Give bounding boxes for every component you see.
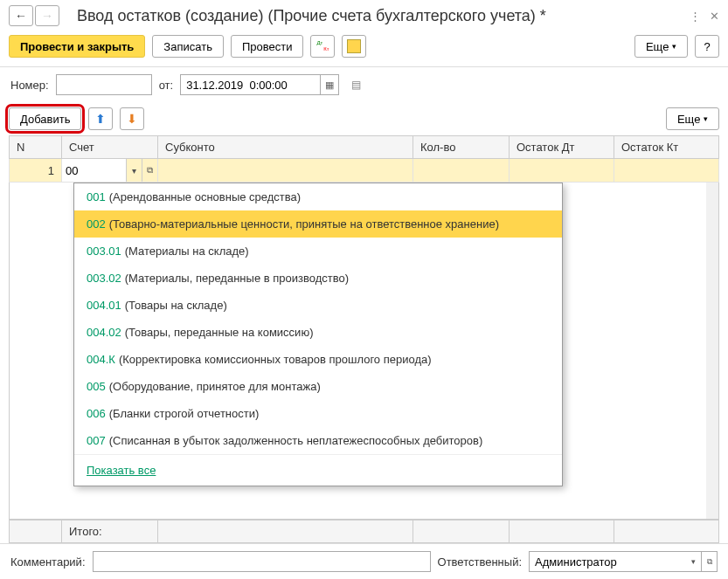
- dropdown-item-text: (Товарно-материальные ценности, принятые…: [109, 217, 499, 231]
- help-button[interactable]: ?: [695, 35, 719, 58]
- dropdown-item-text: (Списанная в убыток задолженность неплат…: [109, 434, 483, 447]
- footer-dt: [510, 520, 614, 543]
- cell-account[interactable]: ▾ ⧉: [62, 159, 158, 183]
- dropdown-item-code: 002: [87, 217, 106, 231]
- dropdown-item-code: 004.01: [87, 299, 121, 312]
- responsible-input[interactable]: [529, 551, 686, 572]
- dropdown-item-text: (Материалы, переданные в производство): [125, 272, 349, 285]
- write-button[interactable]: Записать: [152, 35, 224, 58]
- nav-back-button[interactable]: ←: [9, 5, 33, 26]
- responsible-open-button[interactable]: ⧉: [702, 551, 718, 572]
- comment-input[interactable]: [93, 551, 431, 572]
- account-open-button[interactable]: ⧉: [142, 159, 157, 182]
- date-input[interactable]: [180, 74, 320, 95]
- arrow-up-icon: ⬆: [95, 112, 106, 126]
- more-button[interactable]: Еще ▾: [634, 35, 688, 58]
- note-button[interactable]: [342, 35, 366, 58]
- footer-kt: [614, 520, 719, 543]
- note-icon: [347, 39, 361, 53]
- table-row[interactable]: 1 ▾ ⧉: [10, 159, 719, 183]
- dt-kt-icon: ДтКт: [316, 40, 329, 52]
- dropdown-item-code: 004.02: [87, 326, 121, 339]
- nav-forward-button[interactable]: →: [35, 5, 59, 26]
- dropdown-item[interactable]: 004.К (Корректировка комиссионных товаро…: [74, 346, 562, 373]
- dropdown-item[interactable]: 007 (Списанная в убыток задолженность не…: [74, 427, 562, 454]
- account-input[interactable]: [62, 159, 126, 182]
- dropdown-item[interactable]: 004.01 (Товары на складе): [74, 292, 562, 319]
- cell-rownum: 1: [10, 159, 62, 183]
- dropdown-item-text: (Товары, переданные на комиссию): [125, 326, 314, 339]
- dropdown-item-code: 006: [87, 407, 106, 420]
- dropdown-item[interactable]: 003.01 (Материалы на складе): [74, 238, 562, 265]
- responsible-label: Ответственный:: [438, 555, 522, 569]
- post-and-close-button[interactable]: Провести и закрыть: [9, 35, 145, 58]
- col-balance-kt[interactable]: Остаток Кт: [614, 136, 719, 159]
- post-button[interactable]: Провести: [231, 35, 304, 58]
- col-account[interactable]: Счет: [62, 136, 158, 159]
- dropdown-item-code: 004.К: [87, 353, 115, 366]
- account-dropdown-list: 001 (Арендованные основные средства)002 …: [73, 183, 563, 486]
- dropdown-item-code: 007: [87, 434, 106, 447]
- account-dropdown-button[interactable]: ▾: [126, 159, 142, 182]
- footer-subconto: [158, 520, 413, 543]
- cell-qty[interactable]: [413, 159, 510, 183]
- dropdown-item[interactable]: 003.02 (Материалы, переданные в производ…: [74, 265, 562, 292]
- dropdown-item[interactable]: 006 (Бланки строгой отчетности): [74, 400, 562, 427]
- cell-balance-dt[interactable]: [510, 159, 614, 183]
- move-up-button[interactable]: ⬆: [88, 107, 113, 130]
- dropdown-item-text: (Корректировка комиссионных товаров прош…: [119, 353, 432, 366]
- dropdown-item-code: 003.01: [87, 245, 121, 258]
- dropdown-item[interactable]: 004.02 (Товары, переданные на комиссию): [74, 319, 562, 346]
- page-title: Ввод остатков (создание) (Прочие счета б…: [77, 7, 690, 25]
- more-rows-button[interactable]: Еще ▾: [666, 107, 719, 130]
- footer-total-label: Итого:: [62, 520, 158, 543]
- show-all-link[interactable]: Показать все: [87, 464, 156, 477]
- dropdown-item[interactable]: 001 (Арендованные основные средства): [74, 183, 562, 210]
- col-balance-dt[interactable]: Остаток Дт: [510, 136, 614, 159]
- footer-empty: [10, 520, 62, 543]
- dropdown-item-code: 005: [87, 380, 106, 393]
- cell-subconto[interactable]: [158, 159, 413, 183]
- dropdown-item[interactable]: 005 (Оборудование, принятое для монтажа): [74, 373, 562, 400]
- dropdown-item-text: (Оборудование, принятое для монтажа): [109, 380, 321, 393]
- dropdown-item[interactable]: 002 (Товарно-материальные ценности, прин…: [74, 210, 562, 238]
- move-down-button[interactable]: ⬇: [120, 107, 144, 130]
- dropdown-item-code: 003.02: [87, 272, 121, 285]
- dropdown-item-text: (Арендованные основные средства): [109, 190, 301, 203]
- col-n[interactable]: N: [10, 136, 62, 159]
- dropdown-item-text: (Материалы на складе): [125, 245, 249, 258]
- cell-balance-kt[interactable]: [614, 159, 719, 183]
- footer-qty: [413, 520, 510, 543]
- col-subconto[interactable]: Субконто: [158, 136, 413, 159]
- scrollbar[interactable]: [706, 183, 718, 519]
- dropdown-item-text: (Товары на складе): [125, 299, 227, 312]
- main-table: N Счет Субконто Кол-во Остаток Дт Остато…: [9, 135, 719, 183]
- calendar-button[interactable]: ▦: [320, 74, 339, 95]
- comment-label: Комментарий:: [10, 555, 86, 569]
- add-button[interactable]: Добавить: [9, 107, 81, 130]
- extra-icon[interactable]: ▤: [351, 79, 361, 91]
- number-input[interactable]: [56, 74, 152, 95]
- dt-kt-button[interactable]: ДтКт: [310, 35, 335, 58]
- from-label: от:: [159, 79, 174, 92]
- arrow-down-icon: ⬇: [127, 112, 137, 126]
- responsible-dropdown-button[interactable]: ▾: [686, 551, 702, 572]
- dropdown-item-code: 001: [87, 190, 106, 203]
- col-qty[interactable]: Кол-во: [413, 136, 510, 159]
- dropdown-item-text: (Бланки строгой отчетности): [109, 407, 260, 420]
- close-icon[interactable]: ✕: [710, 10, 719, 23]
- menu-icon[interactable]: ⋮: [690, 10, 701, 23]
- number-label: Номер:: [10, 79, 49, 92]
